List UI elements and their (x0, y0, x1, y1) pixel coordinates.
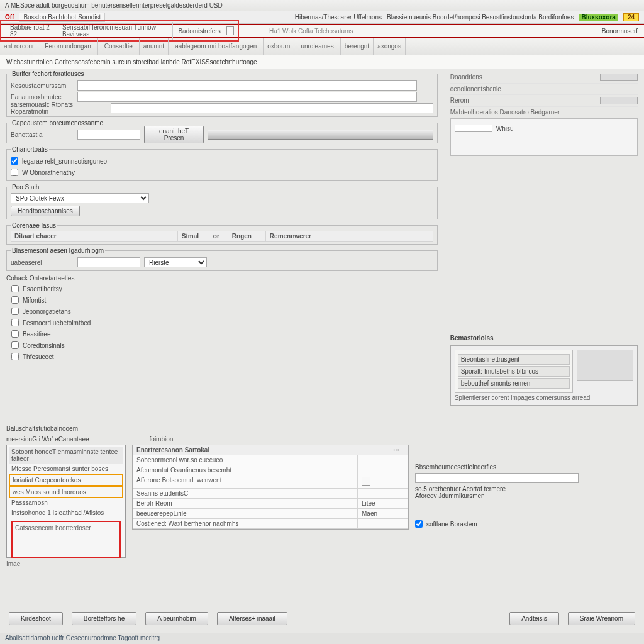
column-visibility: Cohack Ontaretartaeties Esaentiheritsy M… (6, 275, 438, 362)
tree-view[interactable]: Sotoont honeeT enmasminnste tentee faite… (6, 445, 126, 558)
ribbon-group[interactable]: unroleames (294, 38, 340, 55)
grid-cell[interactable]: Seanns etudentsC (133, 489, 358, 498)
info-item[interactable]: bebouthef smonts remen (458, 378, 570, 389)
close-button[interactable]: Sraie Wreanom (568, 612, 635, 625)
grid-cell[interactable]: beeuserepepLirile (133, 509, 358, 518)
ribbon-group[interactable]: ant rorcour (0, 38, 38, 55)
column-check[interactable] (11, 353, 19, 360)
col-header: Remennwerer (266, 231, 433, 241)
ribbon-group[interactable]: berengnt (341, 38, 374, 55)
tree-header: Sotoont honeeT enmasminnste tentee faite… (9, 447, 123, 464)
grid-cell[interactable]: Sobenormenol war.so cuecueo (133, 455, 358, 465)
menu-item[interactable]: Blassiemueunis Boordet/homposi Besostfin… (387, 14, 574, 21)
tree-item[interactable]: Instsohonod 1 Isieathhad /Afistos (9, 508, 123, 518)
col-header: or (209, 231, 228, 241)
name-input[interactable] (77, 80, 417, 91)
option-check-1[interactable] (11, 157, 18, 165)
section-title: Blasemesont aeseri Igadurhiogm (11, 247, 105, 254)
context-toolbar: Babbae roat 2 82 Sensaabif feronomesuan … (0, 24, 644, 38)
tree-item-highlighted[interactable]: wes Maos sound Inorduos (9, 486, 123, 498)
button-bar: Kirdeshoot Boretteffors he A beurnhobim … (0, 607, 644, 630)
field-label: Banottast a (11, 131, 74, 138)
ribbon-group[interactable]: oxbourn (264, 38, 294, 55)
tree-item[interactable]: Passsarnosn (9, 498, 123, 508)
column-check[interactable] (11, 330, 19, 338)
section-style: Poo Staih SPo Clotek Fewx Hendtooschanni… (6, 184, 438, 219)
info-item[interactable]: Bieontaslinettrusgent (458, 354, 570, 365)
check-label: W Obnoratheriathy (22, 169, 75, 176)
toolbar-item[interactable]: Babbae roat 2 82 (5, 22, 57, 40)
column-check[interactable] (11, 296, 19, 304)
style-select[interactable]: SPo Clotek Fewx (11, 193, 149, 203)
toolbar-item[interactable]: Sensaabif feronomesuan Tunnow Bavi veas (57, 22, 174, 40)
check-label: softlane Borastem (426, 521, 477, 528)
toolbar-icon[interactable] (226, 26, 234, 35)
ribbon-group[interactable]: axongos (374, 38, 406, 55)
grid-header: Enartreresanon Sartokal (133, 445, 389, 455)
row-count: Imae (6, 560, 638, 567)
render-input[interactable] (77, 257, 140, 267)
check-label: legarae rekt_srunnsotisrguneo (22, 158, 107, 165)
desc-input[interactable] (111, 103, 433, 113)
color-swatch[interactable] (600, 74, 638, 81)
edit-style-button[interactable]: Hendtooschannises (11, 206, 80, 216)
swatch-list: Whisu (450, 118, 638, 156)
field-label: Kosoustaemurssam (11, 82, 74, 89)
status-badge-yellow: 24 (623, 13, 639, 21)
tree-item-error[interactable]: Catsasencom boorterdoser (11, 521, 121, 558)
footer-button[interactable]: A beurnhobim (145, 612, 208, 625)
apply-button[interactable]: Andteisis (509, 612, 559, 625)
toolbar-item[interactable]: Badomistrefers (173, 26, 226, 36)
section-options: Chanortoatis legarae rekt_srunnsotisrgun… (6, 146, 438, 181)
prop-key: Mabteolhoeralios Danosatro Bedgarner (450, 109, 560, 116)
menu-item[interactable]: Hibermas/Thescarer Uffelmons (295, 14, 382, 21)
column-check[interactable] (11, 308, 19, 315)
title-bar: A MESoce adult borgeudalium benutersense… (0, 0, 644, 11)
section-title: Burifer fechort foratiouses (11, 70, 86, 77)
subsection-title: Cohack Ontaretartaeties (6, 275, 74, 282)
apply-button[interactable]: enanit heT Presen (144, 126, 204, 143)
column-check[interactable] (11, 285, 19, 292)
option-check[interactable] (415, 520, 423, 528)
grid-cell[interactable]: Berofr Reom (133, 499, 358, 508)
ribbon-group[interactable]: Feromundongan (38, 38, 97, 55)
option-check-2[interactable] (11, 169, 18, 176)
filter-input[interactable] (415, 473, 579, 483)
ribbon-group[interactable]: anumnt (140, 38, 169, 55)
bottom-right-panel: Bbsemheumeesettielnderfies so.5 orethent… (415, 445, 638, 558)
tree-item[interactable]: Mfesso Peresomanst sunter boses (9, 464, 123, 474)
col-header: Ditaart ehacer (11, 231, 178, 241)
ribbon-group[interactable]: aablageom mri boatfangogen (169, 38, 264, 55)
info-label: Aforeov Jdummikursmen (415, 492, 638, 499)
status-bar: Abalisattidaraoh uelfr Geseenuroodmne Ta… (0, 633, 644, 644)
column-check[interactable] (11, 319, 19, 326)
field-label: uabeaserel (11, 259, 74, 266)
info-footer: Spitentlerser corent impages comersunss … (455, 394, 633, 401)
col-header: Stmal (178, 231, 209, 241)
calendar-icon[interactable] (362, 477, 370, 486)
grid-cell[interactable]: Costiened: Waxt berfhenor naohmhs (133, 519, 358, 528)
grid-cell[interactable]: Afenmontut Osantinenus besemht (133, 465, 358, 475)
ribbon-group[interactable]: Consadtie (98, 38, 140, 55)
info-label: Bbsemheumeesettielnderfies (415, 464, 638, 470)
tree-item-highlighted[interactable]: foriatiat Caepeontorckos (9, 474, 123, 486)
render-select[interactable]: Rierste (144, 257, 207, 267)
prop-key: Doandrions (450, 74, 482, 81)
properties-panel: Doandrions oenollonentshenle Rerom Mabte… (444, 69, 644, 421)
footer-button[interactable]: Boretteffors he (72, 612, 136, 625)
section-title: Capeaustem boreumenossanme (11, 119, 104, 126)
info-item[interactable]: Sporalt: Imutsbeths blbncos (458, 366, 570, 377)
column-check[interactable] (11, 341, 19, 349)
form-panel: Burifer fechort foratiouses Kosoustaemur… (0, 69, 444, 421)
code-input[interactable] (77, 92, 417, 102)
param-input[interactable] (77, 130, 140, 140)
window-title: A MESoce adult borgeudalium benutersense… (5, 2, 223, 9)
footer-button[interactable]: Kirdeshoot (9, 612, 63, 625)
bottom-title: Baluschaltstutiobalnooem (6, 425, 638, 432)
color-swatch[interactable] (455, 125, 492, 132)
footer-button[interactable]: Alferses+ inaaail (217, 612, 287, 625)
section-title: Chanortoatis (11, 146, 49, 153)
grid-cell[interactable]: Afferone Botsocmurl twenwent (133, 475, 358, 488)
section-identification: Burifer fechort foratiouses Kosoustaemur… (6, 70, 438, 117)
color-swatch[interactable] (600, 97, 638, 104)
